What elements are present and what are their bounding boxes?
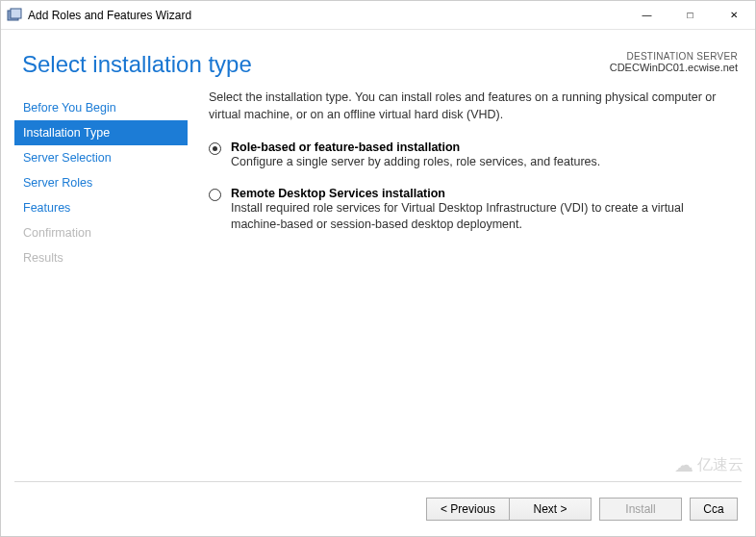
cloud-icon: ☁: [674, 453, 693, 476]
wizard-nav: Before You Begin Installation Type Serve…: [14, 90, 188, 270]
maximize-button[interactable]: □: [668, 1, 712, 29]
nav-results: Results: [14, 245, 188, 270]
option-remote-desktop[interactable]: Remote Desktop Services installation Ins…: [209, 187, 736, 234]
page-title: Select installation type: [22, 51, 252, 78]
nav-features[interactable]: Features: [14, 195, 188, 220]
nav-confirmation: Confirmation: [14, 220, 188, 245]
option-role-based[interactable]: Role-based or feature-based installation…: [209, 141, 736, 171]
svg-rect-1: [11, 9, 21, 18]
nav-server-roles[interactable]: Server Roles: [14, 170, 188, 195]
footer-separator: [14, 481, 742, 482]
minimize-button[interactable]: —: [625, 1, 668, 29]
next-button[interactable]: Next >: [509, 498, 592, 521]
radio-role-based[interactable]: [209, 142, 221, 155]
window-title: Add Roles and Features Wizard: [28, 9, 625, 22]
footer-buttons: < Previous Next > Install Cca: [426, 498, 738, 521]
install-button: Install: [599, 498, 682, 521]
destination-server: CDECWinDC01.ecwise.net: [610, 62, 738, 73]
content-area: Select the installation type. You can in…: [188, 90, 742, 270]
option-title: Role-based or feature-based installation: [231, 141, 736, 154]
option-title: Remote Desktop Services installation: [231, 187, 736, 200]
destination-label: DESTINATION SERVER: [610, 51, 738, 62]
titlebar: Add Roles and Features Wizard — □ ✕: [1, 1, 755, 30]
destination-info: DESTINATION SERVER CDECWinDC01.ecwise.ne…: [610, 51, 738, 73]
header: Select installation type DESTINATION SER…: [1, 30, 755, 90]
instruction-text: Select the installation type. You can in…: [209, 90, 736, 123]
close-button[interactable]: ✕: [712, 1, 755, 29]
option-desc: Configure a single server by adding role…: [231, 154, 736, 171]
watermark: ☁ 亿速云: [674, 453, 743, 476]
cancel-button[interactable]: Cca: [690, 498, 738, 521]
option-desc: Install required role services for Virtu…: [231, 200, 736, 234]
nav-server-selection[interactable]: Server Selection: [14, 145, 188, 170]
nav-installation-type[interactable]: Installation Type: [14, 120, 188, 145]
radio-remote-desktop[interactable]: [209, 189, 221, 201]
app-icon: [7, 8, 22, 23]
nav-before-you-begin[interactable]: Before You Begin: [14, 95, 188, 120]
window-controls: — □ ✕: [625, 1, 755, 29]
previous-button[interactable]: < Previous: [426, 498, 509, 521]
